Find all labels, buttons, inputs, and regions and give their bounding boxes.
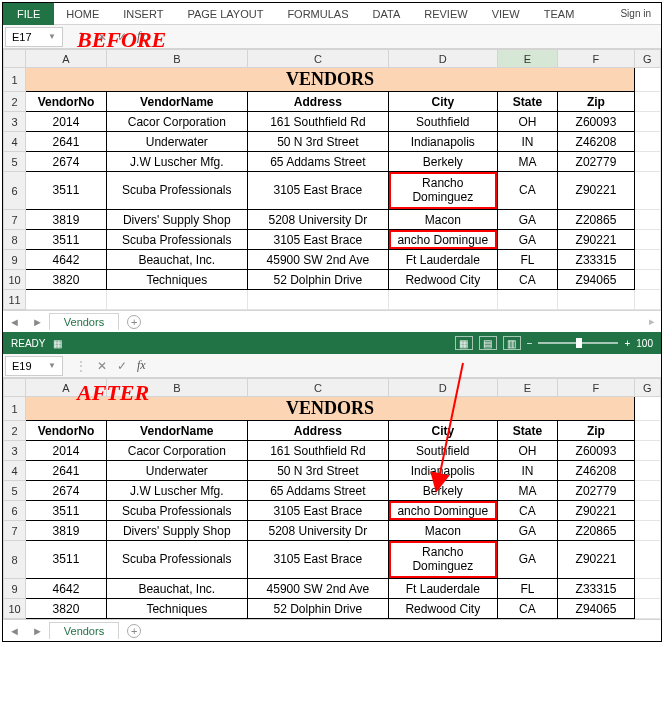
col-C[interactable]: C (247, 379, 388, 397)
row-6[interactable]: 6 (4, 501, 26, 521)
row-9[interactable]: 9 (4, 250, 26, 270)
hdr-vendorno[interactable]: VendorNo (26, 92, 107, 112)
cell[interactable]: Z90221 (558, 230, 635, 250)
hdr-zip[interactable]: Zip (558, 421, 635, 441)
accept-formula-icon[interactable]: ✓ (117, 359, 127, 373)
cell[interactable]: 2641 (26, 132, 107, 152)
cell[interactable]: ancho Domingue (388, 230, 497, 250)
cell[interactable]: 2674 (26, 481, 107, 501)
tab-home[interactable]: HOME (54, 4, 111, 24)
row-4[interactable]: 4 (4, 461, 26, 481)
cell[interactable]: OH (497, 441, 557, 461)
zoom-slider[interactable] (538, 342, 618, 344)
cell[interactable]: GA (497, 210, 557, 230)
row-3[interactable]: 3 (4, 441, 26, 461)
tab-review[interactable]: REVIEW (412, 4, 479, 24)
cancel-formula-icon[interactable]: ✕ (97, 359, 107, 373)
cell[interactable]: CA (497, 172, 557, 210)
col-G[interactable]: G (634, 50, 660, 68)
cell[interactable]: Cacor Corporation (106, 112, 247, 132)
hdr-city[interactable]: City (388, 421, 497, 441)
before-grid[interactable]: A B C D E F G 1 VENDORS 2 VendorNo Vendo… (3, 49, 661, 310)
cell[interactable]: Scuba Professionals (106, 172, 247, 210)
row-7[interactable]: 7 (4, 521, 26, 541)
cell[interactable]: 3819 (26, 521, 107, 541)
tab-view[interactable]: VIEW (480, 4, 532, 24)
chevron-down-icon[interactable]: ▼ (48, 361, 56, 370)
row-11[interactable]: 11 (4, 290, 26, 310)
cell[interactable]: 3820 (26, 599, 107, 619)
cell[interactable]: 52 Dolphin Drive (247, 599, 388, 619)
row-2[interactable]: 2 (4, 421, 26, 441)
cell[interactable]: Z33315 (558, 579, 635, 599)
cell[interactable]: Z20865 (558, 521, 635, 541)
row-10[interactable]: 10 (4, 599, 26, 619)
cell[interactable]: 4642 (26, 579, 107, 599)
cell[interactable]: 5208 University Dr (247, 521, 388, 541)
tab-file[interactable]: FILE (3, 3, 54, 25)
cell[interactable]: GA (497, 541, 557, 579)
sheet-tab-vendors-after[interactable]: Vendors (49, 622, 119, 639)
cell[interactable]: Techniques (106, 270, 247, 290)
cell[interactable]: Underwater (106, 461, 247, 481)
cell[interactable]: 50 N 3rd Street (247, 461, 388, 481)
cell[interactable]: 65 Addams Street (247, 152, 388, 172)
cell[interactable]: Z20865 (558, 210, 635, 230)
cell[interactable]: Divers' Supply Shop (106, 521, 247, 541)
row-6[interactable]: 6 (4, 172, 26, 210)
cell[interactable]: Berkely (388, 481, 497, 501)
cell[interactable]: Z46208 (558, 132, 635, 152)
col-E[interactable]: E (497, 379, 557, 397)
tab-insert[interactable]: INSERT (111, 4, 175, 24)
cell[interactable]: Z94065 (558, 270, 635, 290)
after-grid[interactable]: A B C D E F G 1 VENDORS 2 VendorNo Vendo… (3, 378, 661, 619)
cell[interactable]: Indianapolis (388, 461, 497, 481)
row-2[interactable]: 2 (4, 92, 26, 112)
sheet-nav-prev-icon[interactable]: ◄ (3, 625, 26, 637)
cell[interactable]: Berkely (388, 152, 497, 172)
hdr-vendorno[interactable]: VendorNo (26, 421, 107, 441)
cell[interactable]: 65 Addams Street (247, 481, 388, 501)
view-page-break-icon[interactable]: ▥ (503, 336, 521, 350)
cell[interactable]: Scuba Professionals (106, 541, 247, 579)
cell[interactable]: FL (497, 579, 557, 599)
cell[interactable]: Z94065 (558, 599, 635, 619)
scroll-right-icon[interactable]: ▸ (649, 315, 661, 328)
macro-record-icon[interactable]: ▦ (53, 338, 62, 349)
cell[interactable]: ancho Domingue (388, 501, 497, 521)
cell[interactable]: 4642 (26, 250, 107, 270)
name-box[interactable]: E17 ▼ (5, 27, 63, 47)
fx-icon[interactable]: fx (137, 358, 146, 373)
cell[interactable]: Beauchat, Inc. (106, 579, 247, 599)
col-G[interactable]: G (634, 379, 660, 397)
cell[interactable]: Z90221 (558, 172, 635, 210)
cell[interactable]: Southfield (388, 112, 497, 132)
cell[interactable]: GA (497, 230, 557, 250)
row-9[interactable]: 9 (4, 579, 26, 599)
cell[interactable]: 2014 (26, 441, 107, 461)
hdr-state[interactable]: State (497, 421, 557, 441)
cell[interactable]: Z02779 (558, 152, 635, 172)
cell[interactable]: Cacor Corporation (106, 441, 247, 461)
hdr-city[interactable]: City (388, 92, 497, 112)
cell[interactable]: Z60093 (558, 441, 635, 461)
title-cell[interactable]: VENDORS (26, 68, 635, 92)
row-3[interactable]: 3 (4, 112, 26, 132)
cell[interactable]: 3105 East Brace (247, 541, 388, 579)
cell[interactable]: 3511 (26, 172, 107, 210)
cell[interactable]: GA (497, 521, 557, 541)
col-E[interactable]: E (497, 50, 557, 68)
cell[interactable]: OH (497, 112, 557, 132)
cell[interactable]: Rancho Dominguez (388, 172, 497, 210)
cell[interactable]: Southfield (388, 441, 497, 461)
cell[interactable]: IN (497, 461, 557, 481)
cell[interactable]: 5208 University Dr (247, 210, 388, 230)
sign-in-link[interactable]: Sign in (610, 6, 661, 21)
cell[interactable]: 45900 SW 2nd Ave (247, 250, 388, 270)
cell[interactable]: 161 Southfield Rd (247, 441, 388, 461)
row-4[interactable]: 4 (4, 132, 26, 152)
cell[interactable]: 2641 (26, 461, 107, 481)
cell[interactable]: Z60093 (558, 112, 635, 132)
cell[interactable]: Z33315 (558, 250, 635, 270)
tab-team[interactable]: TEAM (532, 4, 587, 24)
